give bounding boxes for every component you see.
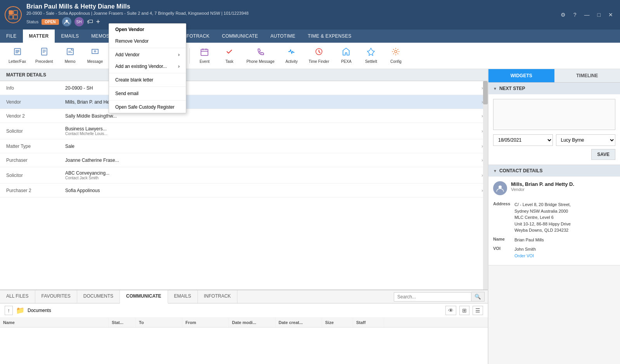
svg-rect-13 bbox=[67, 49, 73, 55]
contact-name-row: Name Brian Paul Mills bbox=[493, 235, 615, 245]
activity-toolbar-label: Activity bbox=[286, 59, 298, 64]
matter-row[interactable]: VendorMills, Brian P. and Hetty D.› bbox=[0, 95, 488, 109]
svg-rect-2 bbox=[9, 15, 13, 19]
svg-rect-1 bbox=[14, 10, 17, 14]
svg-point-29 bbox=[395, 50, 397, 53]
save-button[interactable]: SAVE bbox=[591, 149, 615, 160]
memo-toolbar-button[interactable]: Memo bbox=[59, 45, 82, 66]
precedent-toolbar-button[interactable]: Precedent bbox=[31, 45, 57, 66]
matter-row[interactable]: Vendor 2Sally Middle Basingthw...› bbox=[0, 109, 488, 123]
right-panel-content: ▼ NEXT STEP 18/05/2021 Lucy Byrne SA bbox=[488, 83, 620, 364]
matter-row-sub: Contact Michelle Louis... bbox=[65, 132, 474, 136]
docs-col-staff: Staff bbox=[353, 318, 384, 327]
minimize-button[interactable]: — bbox=[582, 11, 592, 19]
docs-toolbar: ↑ 📁 Documents 👁 ⊞ ☰ bbox=[0, 303, 488, 318]
phone-message-toolbar-button[interactable]: Phone Message bbox=[242, 45, 278, 66]
menu-item-autotime[interactable]: AUTOTIME bbox=[264, 29, 301, 43]
close-button[interactable]: ✕ bbox=[606, 11, 615, 19]
right-tab-timeline[interactable]: TIMELINE bbox=[554, 69, 620, 82]
matter-row[interactable]: SolicitorABC Conveyancing...Contact Jack… bbox=[0, 167, 488, 184]
avatar-sh[interactable]: SH bbox=[74, 17, 84, 26]
matter-row-label: Info bbox=[0, 82, 62, 94]
contact-collapse-icon[interactable]: ▼ bbox=[493, 169, 497, 173]
activity-toolbar-button[interactable]: Activity bbox=[280, 45, 303, 66]
right-panel-tabs: WIDGETSTIMELINE bbox=[488, 69, 620, 83]
matter-row-label: Matter Type bbox=[0, 140, 62, 152]
matter-row-label: Solicitor bbox=[0, 125, 62, 137]
matter-row-value: Sale bbox=[62, 140, 477, 152]
event-toolbar-label: Event bbox=[199, 59, 210, 64]
event-toolbar-button[interactable]: Event bbox=[193, 45, 216, 66]
up-arrow-button[interactable]: ↑ bbox=[5, 306, 13, 315]
svg-point-16 bbox=[94, 50, 96, 52]
settleit-toolbar-button[interactable]: SettleIt bbox=[359, 45, 383, 66]
letter/fax-toolbar-button[interactable]: Letter/Fax bbox=[5, 45, 30, 66]
svg-rect-21 bbox=[201, 49, 208, 55]
search-button[interactable]: 🔍 bbox=[471, 292, 485, 302]
context-menu-item-open-vendor[interactable]: Open Vendor bbox=[109, 24, 186, 35]
config-toolbar-label: Config bbox=[390, 59, 402, 64]
order-voi-link[interactable]: Order VOI bbox=[514, 253, 534, 258]
maximize-button[interactable]: □ bbox=[595, 11, 603, 19]
grid-view-button[interactable]: ⊞ bbox=[459, 306, 469, 315]
next-step-textarea[interactable] bbox=[493, 99, 615, 130]
tag-icon[interactable]: 🏷 bbox=[87, 18, 93, 25]
matter-row[interactable]: SolicitorBusiness Lawyers...Contact Mich… bbox=[0, 123, 488, 139]
matter-subtitle: 20-0900 - Sale - Sofia Appolinous | Joan… bbox=[26, 11, 249, 16]
pexa-toolbar-button[interactable]: PEXA bbox=[334, 45, 358, 66]
message-toolbar-button[interactable]: Message bbox=[83, 45, 107, 66]
menu-item-file[interactable]: FILE bbox=[0, 29, 23, 43]
context-menu-item-create-blank-letter[interactable]: Create blank letter bbox=[109, 74, 186, 86]
next-step-user-select[interactable]: Lucy Byrne bbox=[556, 134, 616, 146]
contact-details-section: ▼ CONTACT DETAILS Mills, Brian P. and He… bbox=[488, 165, 620, 265]
svg-marker-28 bbox=[367, 48, 374, 55]
time-finder-toolbar-button[interactable]: Time Finder bbox=[305, 45, 333, 66]
config-toolbar-icon bbox=[391, 47, 400, 58]
bottom-tab-communicate[interactable]: COMMUNICATE bbox=[120, 290, 168, 303]
docs-col-stat---: Stat... bbox=[109, 318, 136, 327]
context-menu-item-add-an-existing-vendor...[interactable]: Add an existing Vendor...› bbox=[109, 61, 186, 72]
menu-item-communicate[interactable]: COMMUNICATE bbox=[216, 29, 264, 43]
context-menu-item-remove-vendor[interactable]: Remove Vendor bbox=[109, 35, 186, 47]
config-toolbar-button[interactable]: Config bbox=[384, 45, 407, 66]
menu-item-time-expenses[interactable]: TIME & EXPENSES bbox=[301, 29, 358, 43]
contact-details-title: CONTACT DETAILS bbox=[499, 168, 543, 173]
right-tab-widgets[interactable]: WIDGETS bbox=[488, 69, 554, 82]
name-label: Name bbox=[493, 235, 514, 245]
matter-row[interactable]: PurchaserJoanne Catherine Frase...› bbox=[0, 153, 488, 167]
matter-row-value: ABC Conveyancing...Contact Jack Smith bbox=[62, 167, 477, 183]
docs-empty bbox=[0, 328, 488, 343]
matter-row[interactable]: Matter TypeSale› bbox=[0, 139, 488, 153]
matter-row[interactable]: Purchaser 2Sofia Appolinous› bbox=[0, 184, 488, 198]
view-icon-button[interactable]: 👁 bbox=[445, 306, 456, 315]
docs-col-to: To bbox=[136, 318, 182, 327]
next-step-collapse-icon[interactable]: ▼ bbox=[493, 87, 497, 91]
bottom-tab-all-files[interactable]: ALL FILES bbox=[0, 290, 35, 303]
bottom-tab-favourites[interactable]: FAVOURITES bbox=[35, 290, 77, 303]
context-menu-item-send-email[interactable]: Send email bbox=[109, 88, 186, 99]
matter-row-value: Business Lawyers...Contact Michelle Loui… bbox=[62, 123, 477, 139]
search-input[interactable] bbox=[394, 292, 471, 302]
context-menu-item-add-vendor[interactable]: Add Vendor› bbox=[109, 49, 186, 61]
bottom-tab-emails[interactable]: EMAILS bbox=[168, 290, 198, 303]
next-step-date-select[interactable]: 18/05/2021 bbox=[493, 134, 553, 146]
task-toolbar-button[interactable]: Task bbox=[218, 45, 241, 66]
settings-button[interactable]: ⚙ bbox=[558, 11, 568, 19]
task-toolbar-label: Task bbox=[225, 59, 234, 64]
avatar-user[interactable] bbox=[62, 17, 71, 26]
add-icon[interactable]: + bbox=[96, 18, 100, 26]
context-menu-item-open-safe-custody-register[interactable]: Open Safe Custody Register bbox=[109, 101, 186, 113]
bottom-tab-documents[interactable]: DOCUMENTS bbox=[77, 290, 120, 303]
matter-row[interactable]: Info20-0900 - SH› bbox=[0, 81, 488, 95]
next-step-title: NEXT STEP bbox=[499, 86, 525, 91]
bottom-tab-infotrack[interactable]: INFOTRACK bbox=[198, 290, 237, 303]
message-toolbar-label: Message bbox=[87, 59, 103, 64]
next-step-header: ▼ NEXT STEP bbox=[488, 83, 620, 94]
help-button[interactable]: ? bbox=[571, 11, 579, 19]
pexa-toolbar-label: PEXA bbox=[341, 59, 352, 64]
contact-address-row: Address C/ - Level 8, 20 Bridge Street, … bbox=[493, 200, 615, 235]
menu-item-matter[interactable]: MATTER bbox=[23, 29, 55, 43]
menu-item-emails[interactable]: EMAILS bbox=[55, 29, 85, 43]
list-view-button[interactable]: ☰ bbox=[473, 306, 483, 315]
matter-row-label: Purchaser bbox=[0, 154, 62, 166]
